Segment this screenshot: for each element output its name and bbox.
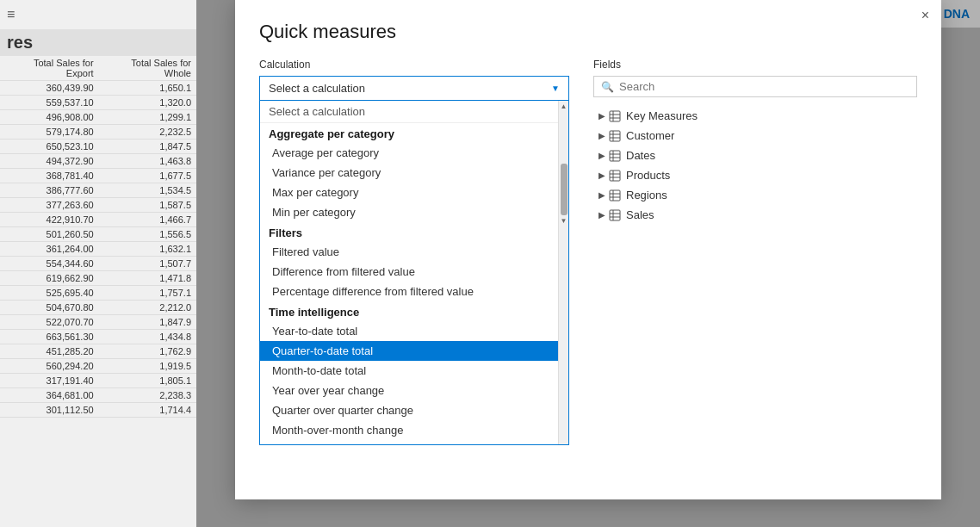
scroll-down-arrow[interactable]: ▼	[561, 215, 568, 226]
table-cell: 1,919.5	[99, 359, 196, 374]
table-cell: 494,372.90	[0, 154, 99, 169]
table-row: 360,439.901,650.1	[0, 81, 196, 96]
col-header-export: Total Sales for Export	[0, 56, 99, 81]
modal-overlay: × Quick measures Calculation Select a ca…	[196, 0, 980, 527]
dropdown-item[interactable]: Quarter-to-date total	[260, 341, 558, 361]
calculation-label: Calculation	[259, 59, 569, 71]
svg-rect-12	[610, 170, 620, 181]
dropdown-group-label: Aggregate per category	[260, 123, 558, 143]
close-button[interactable]: ×	[921, 9, 929, 22]
table-row: 504,670.802,212.0	[0, 301, 196, 315]
table-row: 494,372.901,463.8	[0, 154, 196, 169]
expand-arrow-icon: ▶	[599, 151, 605, 160]
table-cell: 663,561.30	[0, 330, 99, 344]
expand-arrow-icon: ▶	[599, 111, 605, 121]
field-name: Dates	[626, 149, 655, 162]
dropdown-scrollbar[interactable]: ▲ ▼	[558, 101, 568, 445]
table-cell: 619,662.90	[0, 271, 99, 286]
field-tree-item[interactable]: ▶ Regions	[593, 185, 917, 205]
modal-body: Calculation Select a calculation ▼ Selec…	[259, 59, 917, 445]
field-name: Customer	[626, 129, 674, 142]
table-row: 525,695.401,757.1	[0, 286, 196, 301]
svg-rect-20	[610, 210, 620, 220]
table-cell: 1,299.1	[99, 110, 196, 125]
table-cell: 1,507.7	[99, 257, 196, 271]
dropdown-group-label: Running total	[260, 440, 558, 445]
calculation-dropdown-button[interactable]: Select a calculation ▼	[259, 76, 569, 101]
field-tree-item[interactable]: ▶ Customer	[593, 126, 917, 146]
dropdown-items-list: Select a calculationAggregate per catego…	[260, 101, 558, 445]
table-icon	[609, 189, 621, 202]
table-row: 579,174.802,232.5	[0, 125, 196, 140]
expand-arrow-icon: ▶	[599, 170, 605, 180]
table-row: 377,263.601,587.5	[0, 198, 196, 213]
table-cell: 2,212.0	[99, 301, 196, 315]
table-cell: 525,695.40	[0, 286, 99, 301]
table-cell: 422,910.70	[0, 213, 99, 227]
table-cell: 361,264.00	[0, 242, 99, 257]
field-tree-item[interactable]: ▶ Products	[593, 165, 917, 185]
svg-rect-16	[610, 190, 620, 201]
dropdown-item[interactable]: Difference from filtered value	[260, 262, 558, 282]
table-cell: 1,463.8	[99, 154, 196, 169]
scrollbar-thumb[interactable]	[561, 164, 568, 215]
table-row: 560,294.201,919.5	[0, 359, 196, 374]
table-icon	[609, 150, 621, 162]
table-cell: 522,070.70	[0, 315, 99, 330]
table-cell: 1,587.5	[99, 198, 196, 213]
table-row: 422,910.701,466.7	[0, 213, 196, 227]
search-input[interactable]	[619, 80, 909, 93]
expand-arrow-icon: ▶	[599, 210, 605, 220]
table-row: 451,285.201,762.9	[0, 344, 196, 359]
table-row: 663,561.301,434.8	[0, 330, 196, 344]
dropdown-item[interactable]: Max per category	[260, 183, 558, 202]
fields-label: Fields	[593, 59, 917, 71]
field-tree-item[interactable]: ▶ Dates	[593, 146, 917, 165]
table-cell: 559,537.10	[0, 96, 99, 110]
table-cell: 1,534.5	[99, 183, 196, 198]
table-row: 364,681.002,238.3	[0, 388, 196, 403]
table-cell: 1,632.1	[99, 242, 196, 257]
dropdown-item[interactable]: Month-over-month change	[260, 420, 558, 440]
table-row: 522,070.701,847.9	[0, 315, 196, 330]
dropdown-item[interactable]: Variance per category	[260, 163, 558, 183]
dropdown-item[interactable]: Filtered value	[260, 242, 558, 262]
table-cell: 451,285.20	[0, 344, 99, 359]
dropdown-item[interactable]: Year over year change	[260, 381, 558, 400]
table-cell: 360,439.90	[0, 81, 99, 96]
table-icon	[609, 130, 621, 142]
table-row: 619,662.901,471.8	[0, 271, 196, 286]
svg-rect-8	[610, 151, 620, 161]
fields-column: Fields 🔍 ▶ Key Measures ▶	[593, 59, 917, 445]
field-tree-item[interactable]: ▶ Key Measures	[593, 106, 917, 126]
table-cell: 1,714.4	[99, 403, 196, 418]
fields-search-box[interactable]: 🔍	[593, 76, 917, 97]
dropdown-item[interactable]: Min per category	[260, 202, 558, 222]
hamburger-icon: ≡	[0, 0, 196, 29]
table-cell: 1,471.8	[99, 271, 196, 286]
table-cell: 1,466.7	[99, 213, 196, 227]
modal-title: Quick measures	[259, 21, 917, 43]
field-tree-item[interactable]: ▶ Sales	[593, 205, 917, 225]
table-cell: 364,681.00	[0, 388, 99, 403]
quick-measures-modal: × Quick measures Calculation Select a ca…	[235, 0, 941, 499]
dropdown-item[interactable]: Quarter over quarter change	[260, 400, 558, 420]
dropdown-placeholder[interactable]: Select a calculation	[260, 101, 558, 123]
table-cell: 377,263.60	[0, 198, 99, 213]
svg-rect-4	[610, 131, 620, 141]
table-cell: 579,174.80	[0, 125, 99, 140]
panel-title: res	[0, 29, 196, 56]
dropdown-item[interactable]: Month-to-date total	[260, 361, 558, 381]
table-row: 301,112.501,714.4	[0, 403, 196, 418]
table-cell: 2,232.5	[99, 125, 196, 140]
dropdown-item[interactable]: Average per category	[260, 143, 558, 163]
field-tree: ▶ Key Measures ▶ Customer ▶	[593, 106, 917, 225]
expand-arrow-icon: ▶	[599, 131, 605, 140]
dropdown-item[interactable]: Percentage difference from filtered valu…	[260, 282, 558, 301]
table-cell: 1,762.9	[99, 344, 196, 359]
table-cell: 301,112.50	[0, 403, 99, 418]
dropdown-item[interactable]: Year-to-date total	[260, 321, 558, 341]
table-cell: 496,908.00	[0, 110, 99, 125]
table-cell: 650,523.10	[0, 140, 99, 154]
scroll-up-arrow[interactable]: ▲	[561, 101, 568, 112]
